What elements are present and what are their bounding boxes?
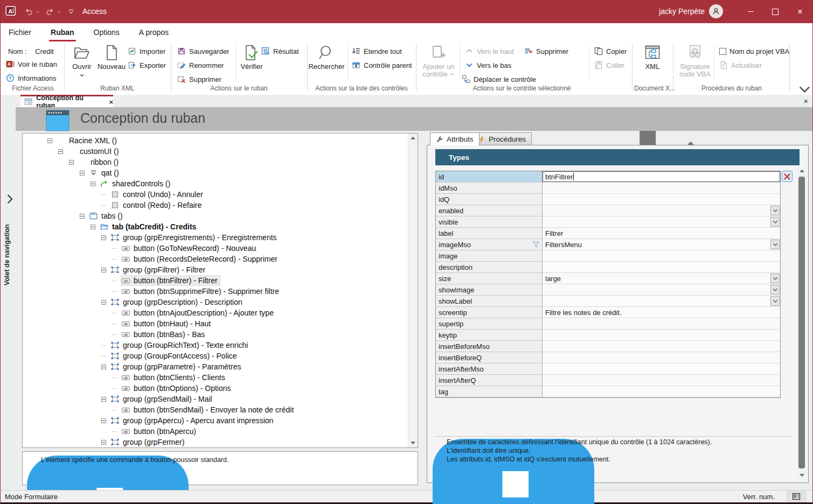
tree-item-button-btnfiltrer-filtrer[interactable]: abbutton (btnFiltrer) - Filtrer: [23, 275, 418, 286]
tree-item-sharedcontrols[interactable]: sharedControls (): [23, 178, 418, 189]
ajouter-controle-button[interactable]: Ajouter un contrôle: [420, 41, 457, 78]
tree-item-button-btnajoutdescription-ajouter-type[interactable]: abbutton (btnAjoutDescription) - Ajouter…: [23, 307, 418, 318]
property-name-insertaftermso[interactable]: insertAfterMso: [436, 363, 543, 375]
tree-item-group-grpdescription-description[interactable]: group (grpDescription) - Description: [23, 297, 418, 307]
signature-code-vba-button[interactable]: Signature code VBA: [679, 41, 711, 78]
expander-minus-icon[interactable]: [80, 214, 85, 219]
tree-item-button-btnsendmail-envoyer-la-note-de-cr-dit[interactable]: abbutton (btnSendMail) - Envoyer la note…: [23, 404, 418, 415]
tree-item-group-grpapercu-apercu-avant-impression[interactable]: group (grpApercu) - Apercu avant impress…: [23, 415, 418, 426]
property-name-insertbeforemso[interactable]: insertBeforeMso: [436, 341, 543, 352]
tab-conception-du-ruban[interactable]: Conception du ruban ×: [20, 95, 113, 107]
resultat-button[interactable]: Résultat: [261, 45, 299, 57]
informations-button[interactable]: ?Informations: [6, 72, 57, 84]
property-name-enabled[interactable]: enabled: [436, 205, 543, 216]
property-value-insertbeforeq[interactable]: [543, 352, 780, 363]
vers-le-haut-button[interactable]: Vers le haut: [465, 45, 514, 57]
expander-minus-icon[interactable]: [101, 300, 106, 305]
tree-item-group-grouprichtext-texte-enrichi[interactable]: group (GroupRichText) - Texte enrichi: [23, 340, 418, 351]
close-button[interactable]: ×: [788, 0, 812, 23]
expander-minus-icon[interactable]: [101, 365, 106, 369]
property-value-enabled[interactable]: [543, 205, 780, 216]
dropdown-button-showlabel[interactable]: [770, 296, 780, 306]
tree-item-button-gotonewrecord-nouveau[interactable]: abbutton (GoToNewRecord) - Nouveau: [23, 243, 418, 254]
id-value-input[interactable]: btnFiltrer: [543, 171, 780, 182]
ouvrir-button[interactable]: Ouvrir: [68, 41, 95, 79]
property-value-supertip[interactable]: [543, 318, 780, 330]
tree-item-group-grpfiltrer-filtrer[interactable]: group (grpFiltrer) - Filtrer: [23, 264, 418, 275]
tab-attributs[interactable]: Attributs: [430, 132, 480, 145]
tree-scrollbar[interactable]: [408, 134, 418, 447]
dropdown-button-imagemso[interactable]: [770, 240, 780, 249]
tree-item-group-grpfermer[interactable]: group (grpFermer): [23, 437, 418, 447]
tree-item-group-grpsendmail-mail[interactable]: group (grpSendMail) - Mail: [23, 394, 418, 404]
tab-procedures[interactable]: Procédures: [472, 132, 532, 145]
attributes-scrollbar[interactable]: [797, 167, 806, 479]
property-value-keytip[interactable]: [543, 330, 780, 341]
tree-item-control-undo-annuler[interactable]: control (Undo) - Annuler: [23, 189, 418, 200]
deplacer-controle-button[interactable]: Déplacer le contrôle: [462, 73, 536, 85]
menu-tab-fichier[interactable]: Fichier: [7, 28, 33, 41]
menu-tab-options[interactable]: Options: [92, 28, 121, 41]
property-name-showlabel[interactable]: showLabel: [436, 296, 543, 307]
customize-qat-button[interactable]: [67, 8, 75, 15]
property-name-screentip[interactable]: screentip: [436, 307, 543, 318]
form-view-button[interactable]: [786, 491, 807, 502]
property-value-visible[interactable]: [543, 216, 780, 228]
property-value-size[interactable]: large: [543, 273, 780, 284]
nouveau-button[interactable]: Nouveau: [96, 41, 127, 71]
tree-item-button-btnbas-bas[interactable]: abbutton (btnBas) - Bas: [23, 329, 418, 340]
vers-le-bas-button[interactable]: Vers le bas: [465, 59, 511, 71]
expander-minus-icon[interactable]: [101, 397, 106, 402]
expander-minus-icon[interactable]: [91, 181, 95, 186]
property-name-image[interactable]: image: [436, 250, 543, 262]
controle-parent-button[interactable]: Contrôle parent: [352, 59, 412, 71]
property-value-id[interactable]: btnFiltrer: [543, 171, 780, 183]
property-name-id[interactable]: id: [436, 171, 543, 183]
property-name-visible[interactable]: visible: [436, 216, 543, 228]
property-value-idq[interactable]: [543, 194, 780, 205]
sauvegarder-button[interactable]: Sauvegarder: [177, 45, 229, 57]
property-value-tag[interactable]: [543, 386, 780, 397]
scroll-down-button[interactable]: [409, 439, 417, 447]
renommer-button[interactable]: Renommer: [177, 59, 224, 71]
expander-minus-icon[interactable]: [101, 440, 106, 445]
undo-button[interactable]: [24, 7, 33, 16]
expander-minus-icon[interactable]: [101, 235, 106, 240]
tree-item-button-btnapercu[interactable]: abbutton (btnApercu): [23, 426, 418, 437]
rechercher-button[interactable]: Rechercher: [310, 41, 343, 71]
voir-le-ruban-button[interactable]: AVoir le ruban: [6, 58, 57, 70]
copier-button[interactable]: Copier: [594, 45, 627, 57]
property-value-imagemso[interactable]: FiltersMenu: [543, 239, 780, 250]
tree-item-group-grpenregistrements-enregistrements[interactable]: group (grpEnregistrements) - Enregistrem…: [23, 232, 418, 243]
dropdown-button-enabled[interactable]: [770, 206, 780, 215]
menu-tab-a-propos[interactable]: A propos: [137, 28, 170, 41]
redo-button[interactable]: [46, 7, 54, 16]
tree-item-racine-xml[interactable]: Racine XML (): [23, 135, 418, 146]
property-value-label[interactable]: Filtrer: [543, 228, 780, 239]
expander-minus-icon[interactable]: [80, 171, 85, 176]
property-value-insertaftermso[interactable]: [543, 363, 780, 375]
property-name-label[interactable]: label: [436, 228, 543, 239]
property-value-insertafterq[interactable]: [543, 375, 780, 386]
expander-minus-icon[interactable]: [47, 138, 52, 143]
supprimer-controle-button[interactable]: Supprimer: [524, 45, 568, 57]
actualiser-button[interactable]: Actualiser: [719, 59, 762, 71]
minimize-button[interactable]: [738, 0, 763, 23]
property-value-idmso[interactable]: [543, 183, 780, 194]
scroll-up-button[interactable]: [798, 167, 806, 175]
close-document-button[interactable]: ×: [803, 96, 808, 106]
expander-minus-icon[interactable]: [69, 160, 74, 165]
expander-minus-icon[interactable]: [58, 149, 63, 154]
property-name-showimage[interactable]: showImage: [436, 284, 543, 296]
expander-minus-icon[interactable]: [101, 268, 106, 272]
property-value-screentip[interactable]: Filtre les notes de crédit.: [543, 307, 780, 318]
property-name-description[interactable]: description: [436, 262, 543, 273]
property-name-size[interactable]: size: [436, 273, 543, 284]
property-name-imagemso[interactable]: imageMso: [436, 239, 543, 250]
expander-minus-icon[interactable]: [91, 225, 95, 229]
tab-close-icon[interactable]: ×: [109, 98, 113, 106]
maximize-button[interactable]: [763, 0, 788, 23]
supprimer-ruban-button[interactable]: Supprimer: [177, 73, 221, 85]
tree-item-ribbon[interactable]: ribbon (): [23, 157, 418, 167]
nom-projet-vba-checkbox[interactable]: Nom du projet VBA: [719, 45, 789, 57]
